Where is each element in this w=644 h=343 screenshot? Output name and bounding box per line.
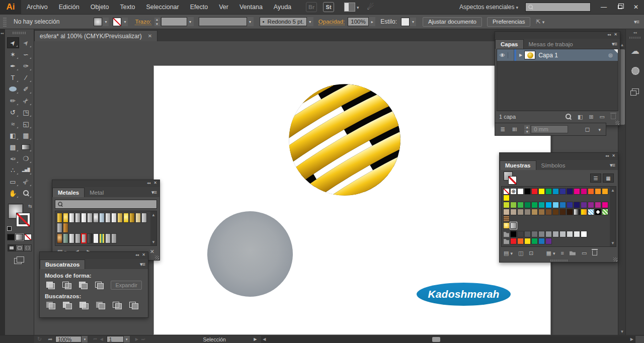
swatch[interactable]	[63, 213, 68, 223]
menu-edición[interactable]: Edición	[53, 0, 85, 15]
unite-button[interactable]	[46, 281, 55, 290]
direct-selection-tool[interactable]: ➤	[20, 37, 32, 48]
brush-combo[interactable]: • Redondo 5 pt.	[260, 17, 307, 26]
column-graph-tool[interactable]: ▂▅█	[20, 164, 32, 176]
artboard-dropdown[interactable]: ▾	[124, 336, 130, 342]
layer-name[interactable]: Capa 1	[538, 52, 558, 59]
swatch[interactable]	[588, 202, 594, 208]
new-color-group-icon[interactable]: ▦	[546, 250, 555, 256]
panel-corner-grip[interactable]	[155, 255, 159, 260]
cs-live-icon[interactable]: ☄	[367, 3, 374, 12]
swatch[interactable]	[552, 231, 559, 237]
default-fill-stroke-icon[interactable]	[7, 226, 12, 231]
fill-stroke-proxy[interactable]	[504, 170, 519, 186]
trim-button[interactable]	[62, 301, 72, 310]
stroke-width-field[interactable]	[161, 17, 187, 26]
swatch[interactable]	[574, 231, 580, 237]
close-button[interactable]: ✕	[628, 2, 644, 13]
draw-inside-button[interactable]	[24, 244, 32, 251]
swatch[interactable]	[574, 202, 580, 208]
minus-back-button[interactable]	[129, 301, 139, 310]
horizontal-scrollbar[interactable]: ◀ ▶	[261, 336, 635, 343]
stroke-swatch[interactable]	[113, 18, 121, 26]
artboards-panel-icon[interactable]	[626, 81, 644, 101]
swatch[interactable]	[510, 222, 517, 229]
menu-texto[interactable]: Texto	[115, 0, 141, 15]
tab-capas[interactable]: Capas	[495, 39, 524, 49]
tab-mesas-de-trabajo[interactable]: Mesas de trabajo	[524, 39, 578, 49]
swatch[interactable]	[63, 223, 68, 233]
swatch[interactable]	[129, 213, 135, 223]
crop-button[interactable]	[96, 301, 106, 310]
swatch[interactable]	[75, 213, 80, 223]
dock-collapse-icon[interactable]: ◂◂	[626, 29, 644, 35]
swatch[interactable]	[69, 233, 74, 243]
new-swatch-icon[interactable]: ▭	[582, 250, 587, 256]
scroll-down-arrow[interactable]: ▼	[618, 328, 626, 335]
metal-scrollbar[interactable]: ▲ ▼	[150, 211, 156, 245]
swatch[interactable]	[69, 213, 74, 223]
collapse-panel-icon[interactable]	[605, 154, 609, 158]
app-logo[interactable]: Ai	[0, 0, 21, 15]
panel-corner-grip[interactable]	[613, 258, 617, 262]
slice-tool[interactable]: ✄	[20, 176, 32, 187]
tab-close-icon[interactable]: ✕	[148, 33, 152, 39]
swatch[interactable]	[595, 202, 601, 208]
swatch[interactable]	[81, 233, 87, 243]
rotate-view-icon[interactable]: ↻	[37, 336, 42, 342]
swatch[interactable]	[559, 209, 566, 215]
expand-button[interactable]: Expandir	[111, 281, 142, 290]
list-icon[interactable]: ≡	[561, 250, 564, 256]
minimize-button[interactable]: —	[596, 2, 612, 13]
control-bar-grip[interactable]	[3, 17, 7, 27]
align-to-dropdown[interactable]	[597, 126, 601, 133]
zoom-tool[interactable]	[20, 188, 32, 199]
last-artboard-icon[interactable]: ⏭	[141, 337, 145, 342]
opacity-field[interactable]: 100%	[348, 17, 369, 26]
show-swatch-kinds-icon[interactable]: ◫	[518, 250, 523, 256]
swatch[interactable]	[567, 188, 573, 195]
locate-object-icon[interactable]	[566, 114, 572, 120]
swatch[interactable]	[517, 231, 524, 237]
artboard-tool[interactable]: ▭	[7, 176, 19, 187]
swatch[interactable]	[524, 209, 531, 215]
menu-ventana[interactable]: Ventana	[234, 0, 268, 15]
close-panel-icon[interactable]	[153, 181, 157, 185]
rotate-tool[interactable]: ↺	[7, 107, 19, 118]
width-profile-field[interactable]	[199, 17, 247, 26]
stroke-color-well[interactable]	[16, 213, 30, 227]
swatch-scrollbar[interactable]: ▲ ▼	[610, 187, 616, 246]
swatch[interactable]	[93, 213, 99, 223]
swatch[interactable]	[559, 188, 566, 195]
arrange-documents-dropdown[interactable]	[355, 4, 359, 11]
search-box[interactable]	[525, 3, 591, 12]
swatch[interactable]	[545, 209, 552, 215]
swatch[interactable]	[595, 209, 601, 215]
swatch[interactable]	[567, 209, 573, 215]
swatch[interactable]	[567, 202, 573, 208]
swatch[interactable]	[559, 202, 566, 208]
swatch-options-icon[interactable]: ⊡	[529, 250, 533, 256]
restore-button[interactable]	[612, 2, 628, 13]
swatch[interactable]	[517, 188, 524, 195]
swatch[interactable]	[524, 188, 531, 195]
layer-target-icon[interactable]: ◎	[608, 52, 613, 58]
tab-simbolos[interactable]: Símbolos	[536, 160, 571, 170]
close-panel-icon[interactable]	[612, 153, 615, 158]
curvature-tool[interactable]: ✑	[20, 60, 32, 71]
type-tool[interactable]: T	[7, 72, 19, 83]
gold-spiral-sphere[interactable]	[284, 79, 405, 200]
swatch[interactable]	[99, 213, 105, 223]
swatch[interactable]	[552, 202, 559, 208]
outline-button[interactable]	[112, 301, 122, 310]
swatches-panel-menu-icon[interactable]	[610, 162, 615, 168]
swatch[interactable]	[538, 202, 545, 208]
new-sublayer-icon[interactable]: ⊞	[589, 114, 593, 120]
workspace-switcher[interactable]: Aspectos esenciales	[459, 4, 518, 11]
color-group-folder-icon[interactable]	[503, 231, 510, 237]
swatch[interactable]	[531, 209, 538, 215]
stroke-width-dropdown[interactable]: ▾	[187, 17, 194, 26]
swatch[interactable]	[524, 231, 531, 237]
opacity-dropdown[interactable]: ▸	[369, 17, 375, 26]
intersect-button[interactable]	[78, 281, 88, 290]
